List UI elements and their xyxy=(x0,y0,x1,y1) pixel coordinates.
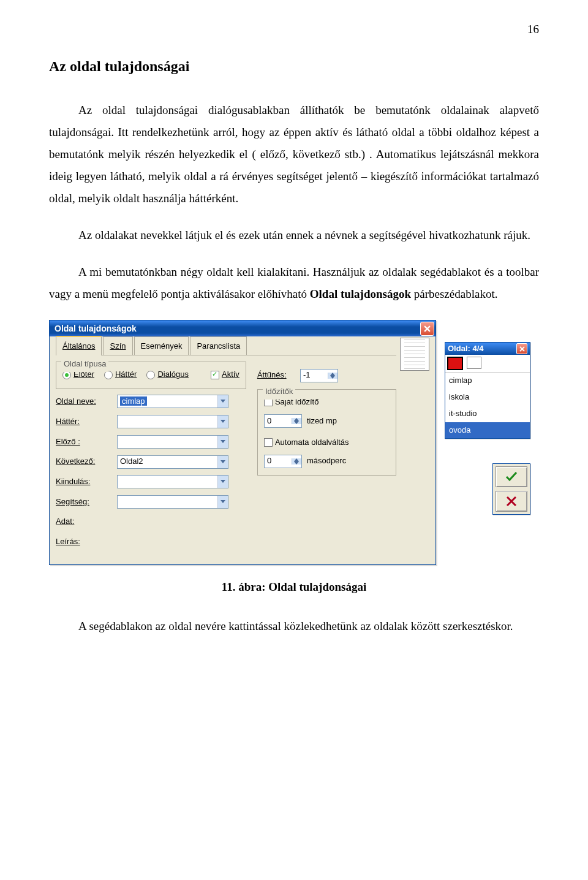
spin-down-icon[interactable] xyxy=(292,461,301,465)
label-next: Következő: xyxy=(56,454,117,469)
swatch-red[interactable] xyxy=(447,357,463,370)
dialog-title: Oldal tulajdonságok xyxy=(55,321,137,337)
palette-item[interactable]: cimlap xyxy=(445,373,530,389)
dialog-titlebar[interactable]: Oldal tulajdonságok xyxy=(50,321,435,336)
spin-fade[interactable]: -1 xyxy=(300,369,338,382)
combo-previous[interactable] xyxy=(117,435,228,449)
palette-titlebar[interactable]: Oldal: 4/4 xyxy=(445,343,530,355)
group-page-type-legend: Oldal típusa xyxy=(61,357,108,372)
group-timers: Időzítők Saját időzítő 0 tized mp Automa… xyxy=(257,389,396,476)
group-timers-legend: Időzítők xyxy=(263,384,296,400)
close-icon[interactable] xyxy=(420,322,434,336)
chevron-down-icon[interactable] xyxy=(217,456,228,468)
swatch-white[interactable] xyxy=(467,357,481,369)
chevron-down-icon[interactable] xyxy=(217,395,228,408)
paragraph-3b: párbeszédablakot. xyxy=(411,287,497,300)
palette-item[interactable]: iskola xyxy=(445,389,530,406)
chevron-down-icon[interactable] xyxy=(217,415,228,428)
footer-paragraph: A segédablakon az oldal nevére kattintás… xyxy=(49,615,539,637)
page-number: 16 xyxy=(49,18,539,40)
paragraph-3: A mi bemutatónkban négy oldalt kell kial… xyxy=(49,261,539,305)
radio-dialog[interactable]: Dialógus xyxy=(146,367,189,382)
combo-start[interactable] xyxy=(117,475,228,488)
paragraph-3-bold: Oldal tulajdonságok xyxy=(310,287,411,300)
checkbox-auto-page[interactable]: Automata oldalváltás xyxy=(264,435,390,450)
spin-seconds[interactable]: 0 xyxy=(264,455,302,468)
page-properties-dialog: Oldal tulajdonságok Általános Szín Esemé… xyxy=(49,320,436,564)
tab-strip: Általános Szín Események Parancslista xyxy=(56,340,396,355)
combo-background[interactable] xyxy=(117,415,228,428)
tab-cmdlist[interactable]: Parancslista xyxy=(190,336,247,355)
document-icon xyxy=(400,338,429,371)
close-icon[interactable] xyxy=(516,343,527,354)
combo-help[interactable] xyxy=(117,495,228,509)
radio-background[interactable]: Háttér xyxy=(104,367,137,382)
chevron-down-icon[interactable] xyxy=(217,476,228,488)
palette-item[interactable]: it-studio xyxy=(445,406,530,422)
palette-swatch-row xyxy=(445,355,530,373)
label-description: Leírás: xyxy=(56,534,117,550)
label-start: Kiindulás: xyxy=(56,474,117,490)
label-previous: Előző : xyxy=(56,434,117,450)
combo-page-name[interactable]: cimlap xyxy=(117,395,228,408)
tab-general[interactable]: Általános xyxy=(56,336,102,356)
chevron-down-icon[interactable] xyxy=(217,436,228,448)
label-tenth-sec: tized mp xyxy=(307,414,337,429)
label-background: Háttér: xyxy=(56,414,117,430)
ok-button[interactable] xyxy=(496,466,527,487)
spin-down-icon[interactable] xyxy=(328,376,337,379)
chevron-down-icon[interactable] xyxy=(217,496,228,508)
page-palette: Oldal: 4/4 cimlap iskola it-studio ovoda xyxy=(445,342,530,439)
label-help: Segítség: xyxy=(56,495,117,510)
label-data: Adat: xyxy=(56,514,117,529)
figure-caption: 11. ábra: Oldal tulajdonságai xyxy=(49,576,539,598)
paragraph-1: Az oldal tulajdonságai dialógusablakban … xyxy=(49,99,539,210)
palette-title: Oldal: 4/4 xyxy=(448,341,484,357)
figure-wrapper: Oldal tulajdonságok Általános Szín Esemé… xyxy=(49,320,539,564)
heading: Az oldal tulajdonságai xyxy=(49,53,539,81)
tab-color[interactable]: Szín xyxy=(103,336,132,355)
label-fade: Áttűnés: xyxy=(257,368,300,383)
combo-next[interactable]: Oldal2 xyxy=(117,455,228,469)
palette-item-selected[interactable]: ovoda xyxy=(445,422,530,439)
group-page-type: Oldal típusa Előtér Háttér Dialógus Aktí… xyxy=(56,362,246,389)
paragraph-2: Az oldalakat nevekkel látjuk el és ezek … xyxy=(49,224,539,246)
spin-down-icon[interactable] xyxy=(292,421,301,424)
ok-cancel-palette xyxy=(492,463,530,515)
palette-page-list: cimlap iskola it-studio ovoda xyxy=(445,373,530,438)
label-seconds: másodperc xyxy=(307,453,346,469)
label-page-name: Oldal neve: xyxy=(56,394,117,409)
tab-events[interactable]: Események xyxy=(134,336,189,355)
checkbox-active[interactable]: Aktív xyxy=(211,367,239,382)
spin-tenth[interactable]: 0 xyxy=(264,414,302,428)
cancel-button[interactable] xyxy=(496,491,527,512)
